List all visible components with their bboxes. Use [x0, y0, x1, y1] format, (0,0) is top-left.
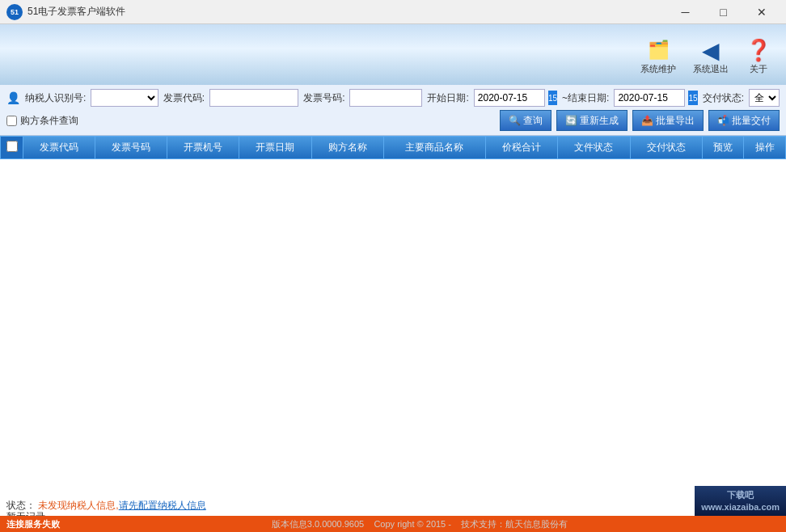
search-icon: 🔍	[509, 115, 521, 126]
minimize-button[interactable]: ─	[667, 0, 704, 24]
delivery-status-label: 交付状态:	[703, 91, 744, 105]
status-label: 状态：	[6, 500, 36, 511]
table-header-file-status: 文件状态	[558, 137, 630, 159]
sys-maintenance-label: 系统维护	[640, 63, 676, 75]
sys-exit-label: 系统退出	[693, 63, 729, 75]
taxpayer-id-select[interactable]	[91, 89, 158, 107]
regenerate-icon: 🔄	[565, 115, 577, 126]
batch-export-button[interactable]: 📤 批量导出	[632, 110, 704, 131]
export-icon: 📤	[641, 115, 653, 126]
status-bar: 状态： 未发现纳税人信息,请先配置纳税人信息	[0, 496, 786, 516]
status-config-link[interactable]: 请先配置纳税人信息	[119, 500, 206, 511]
table-header-invoice-code: 发票代码	[23, 137, 95, 159]
about-button[interactable]: ❓ 关于	[739, 36, 778, 78]
search-row-1: 👤 纳税人识别号: 发票代码: 发票号码: 开始日期: 15 ~结束日期: 15…	[6, 89, 780, 107]
invoice-no-label: 发票号码:	[303, 91, 344, 105]
status-message: 未发现纳税人信息,	[38, 500, 118, 511]
table-header-invoice-no: 发票号码	[95, 137, 167, 159]
end-date-label: ~结束日期:	[562, 91, 609, 105]
taxpayer-id-icon: 👤	[6, 91, 20, 104]
window-controls: ─ □ ✕	[667, 0, 780, 24]
table-header-delivery-status: 交付状态	[630, 137, 702, 159]
batch-deliver-button[interactable]: 📬 批量交付	[708, 110, 780, 131]
table-header-purchaser-name: 购方名称	[311, 137, 383, 159]
sys-maintenance-icon: 🗂️	[645, 39, 671, 61]
invoice-code-input[interactable]	[209, 89, 298, 107]
start-date-label: 开始日期:	[427, 91, 468, 105]
invoice-table: 发票代码 发票号码 开票机号 开票日期 购方名称 主要商品名称 价税合计 文件状…	[0, 136, 786, 159]
query-button[interactable]: 🔍 查询	[500, 110, 551, 131]
about-icon: ❓	[746, 39, 771, 61]
regenerate-label: 重新生成	[580, 114, 619, 128]
version-info: 版本信息3.0.0000.9605 Copy right © 2015 - 技术…	[60, 518, 780, 530]
search-bar: 👤 纳税人识别号: 发票代码: 发票号码: 开始日期: 15 ~结束日期: 15…	[0, 85, 786, 136]
table-area: 发票代码 发票号码 开票机号 开票日期 购方名称 主要商品名称 价税合计 文件状…	[0, 136, 786, 502]
bottom-bar: 连接服务失败 版本信息3.0.0000.9605 Copy right © 20…	[0, 516, 786, 532]
end-date-input[interactable]	[614, 89, 685, 107]
table-header-checkbox-col	[1, 137, 23, 159]
purchaser-condition-checkbox[interactable]	[6, 116, 17, 126]
close-button[interactable]: ✕	[743, 0, 780, 24]
start-date-calendar-button[interactable]: 15	[548, 91, 557, 105]
content-area: 发票代码 发票号码 开票机号 开票日期 购方名称 主要商品名称 价税合计 文件状…	[0, 136, 786, 532]
sys-exit-button[interactable]: ◀ 系统退出	[687, 36, 735, 78]
main-content: 🗂️ 系统维护 ◀ 系统退出 ❓ 关于 👤 纳税人识别号: 发票代码:	[0, 24, 786, 532]
watermark: 下载吧 www.xiazaiba.com	[695, 486, 786, 516]
taxpayer-id-label: 纳税人识别号:	[25, 91, 86, 105]
delivery-status-select[interactable]: 全	[749, 89, 780, 107]
purchaser-condition-label[interactable]: 购方条件查询	[6, 114, 78, 128]
batch-deliver-label: 批量交付	[732, 114, 771, 128]
title-bar: 51 51电子发票客户端软件 ─ □ ✕	[0, 0, 786, 24]
sys-maintenance-button[interactable]: 🗂️ 系统维护	[634, 36, 682, 78]
maximize-button[interactable]: □	[705, 0, 742, 24]
purchaser-condition-text: 购方条件查询	[20, 114, 78, 128]
table-header-total-price: 价税合计	[486, 137, 558, 159]
connection-error-text: 连接服务失败	[6, 518, 60, 530]
about-label: 关于	[750, 63, 767, 75]
start-date-input[interactable]	[474, 89, 545, 107]
batch-export-label: 批量导出	[656, 114, 695, 128]
table-header-main-goods: 主要商品名称	[383, 137, 486, 159]
search-row-2: 购方条件查询 🔍 查询 🔄 重新生成 📤 批量导出 📬 批量交付	[6, 110, 780, 131]
toolbar-buttons: 🗂️ 系统维护 ◀ 系统退出 ❓ 关于	[634, 36, 778, 78]
table-header-machine-no: 开票机号	[167, 137, 239, 159]
toolbar-area: 🗂️ 系统维护 ◀ 系统退出 ❓ 关于	[0, 24, 786, 85]
app-title: 51电子发票客户端软件	[27, 5, 667, 19]
table-header-issue-date: 开票日期	[239, 137, 311, 159]
deliver-icon: 📬	[717, 115, 729, 126]
regenerate-button[interactable]: 🔄 重新生成	[556, 110, 628, 131]
table-header-preview: 预览	[702, 137, 744, 159]
invoice-code-label: 发票代码:	[163, 91, 205, 105]
invoice-no-input[interactable]	[349, 89, 422, 107]
select-all-checkbox[interactable]	[6, 141, 18, 152]
query-label: 查询	[523, 114, 543, 128]
end-date-calendar-button[interactable]: 15	[688, 91, 697, 105]
table-header-operation: 操作	[744, 137, 786, 159]
sys-exit-icon: ◀	[698, 39, 724, 61]
app-logo: 51	[6, 4, 23, 20]
